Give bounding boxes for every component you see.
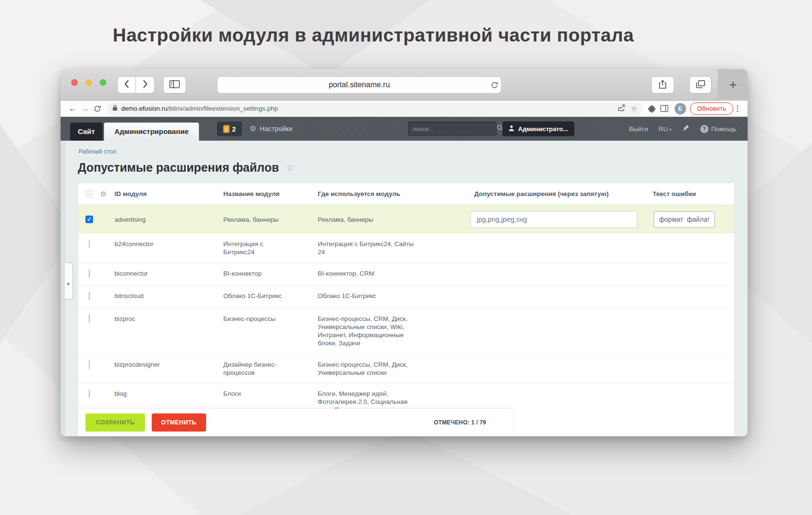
plus-icon: + <box>729 77 737 93</box>
module-name: Интеграция с Битрикс24 <box>223 234 289 263</box>
user-icon <box>509 125 514 133</box>
breadcrumb[interactable]: Рабочий стол <box>79 148 116 155</box>
modules-table: – ⚙ ID модуля Название модуля Где исполь… <box>78 183 735 436</box>
settings-menu-item[interactable]: ⚙ Настройки <box>250 125 292 133</box>
pin-icon[interactable] <box>682 124 690 134</box>
favorite-star-icon[interactable]: ☆ <box>286 162 295 174</box>
table-row: biconnector BI-коннектор BI-коннектор, C… <box>78 263 734 286</box>
info-icon: i <box>223 125 229 133</box>
close-window-button[interactable] <box>71 79 78 86</box>
chrome-menu-icon[interactable]: ⋮ <box>733 104 742 113</box>
share-button[interactable] <box>651 76 674 93</box>
module-id: bizproc <box>115 309 223 354</box>
module-name: Бизнес-процессы <box>223 309 289 354</box>
side-panel-icon[interactable] <box>658 105 671 112</box>
lock-icon <box>112 104 118 113</box>
module-name: Облако 1С-Битрикс <box>223 286 289 308</box>
admin-content: ·· ▸ Рабочий стол Допустимые расширения … <box>61 141 748 436</box>
chrome-toolbar: ← → demo.efusion.ru/bitrix/admin/fileext… <box>61 101 748 117</box>
module-name: Реклама, баннеры <box>223 216 289 224</box>
tab-administration[interactable]: Администрирование <box>104 123 199 141</box>
extensions-input[interactable] <box>470 211 637 228</box>
module-where: Реклама, баннеры <box>318 216 422 224</box>
module-name: Дизайнер бизнес-процессов <box>223 354 289 383</box>
table-row: ✓ advertising Реклама, баннеры Реклама, … <box>78 205 734 234</box>
language-selector[interactable]: RU▾ <box>658 125 672 133</box>
tabs-icon <box>696 80 705 90</box>
row-checkbox[interactable] <box>89 269 90 278</box>
module-id: biconnector <box>115 263 223 285</box>
bookmark-star-icon[interactable]: ☆ <box>631 104 637 113</box>
page-title: Настройки модуля в административной част… <box>0 25 747 46</box>
table-row: b24connector Интеграция с Битрикс24 Инте… <box>78 234 734 263</box>
chrome-reload-button[interactable] <box>91 105 104 113</box>
help-menu-item[interactable]: ?Помощь <box>700 125 736 133</box>
marked-value: 1 / 79 <box>471 419 486 426</box>
menu-expand-handle[interactable]: ·· ▸ <box>65 262 73 299</box>
chevron-right-icon <box>143 80 148 90</box>
extensions-puzzle-icon[interactable] <box>646 104 658 113</box>
sidebar-icon <box>169 80 180 90</box>
row-checkbox[interactable] <box>89 360 90 369</box>
current-user-button[interactable]: Администрато... <box>502 122 574 136</box>
notifications-button[interactable]: i 2 <box>217 122 242 136</box>
profile-avatar[interactable]: E <box>675 103 686 114</box>
page-heading: Допустимые расширения файлов <box>78 161 279 175</box>
save-button[interactable]: СОХРАНИТЬ <box>85 413 145 432</box>
grip-dots: ·· <box>67 275 70 278</box>
logout-link[interactable]: Выйти <box>629 125 648 133</box>
module-where: Интеграция с Битрикс24, Сайты 24 <box>318 234 422 263</box>
module-where: BI-коннектор, CRM <box>318 263 422 285</box>
refresh-icon[interactable] <box>488 81 501 89</box>
marked-label: ОТМЕЧЕНО: <box>434 419 469 426</box>
table-header-row: – ⚙ ID модуля Название модуля Где исполь… <box>78 183 734 205</box>
cancel-button[interactable]: ОТМЕНИТЬ <box>152 413 206 432</box>
browser-window: portal.sitename.ru + ← → <box>61 69 748 436</box>
tab-overview-button[interactable] <box>689 76 711 93</box>
col-header-id: ID модуля <box>115 190 223 197</box>
nav-right-group: Выйти RU▾ ?Помощь <box>629 124 736 134</box>
table-row: bitrixcloud Облако 1С-Битрикс Облако 1С-… <box>78 286 734 309</box>
row-checkbox[interactable]: ✓ <box>85 216 93 223</box>
caret-down-icon: ▾ <box>669 127 672 132</box>
url-domain: demo.efusion.ru <box>121 105 167 112</box>
error-text-input[interactable] <box>654 211 715 228</box>
zoom-window-button[interactable] <box>100 79 106 86</box>
send-page-icon[interactable] <box>617 104 626 113</box>
sidebar-toggle-button[interactable] <box>163 76 186 93</box>
bg-polygon <box>239 429 573 515</box>
safari-toolbar: portal.sitename.ru + <box>61 69 748 101</box>
safari-address-bar[interactable]: portal.sitename.ru <box>217 76 501 93</box>
search-input[interactable] <box>413 125 497 133</box>
table-settings-gear-icon[interactable]: ⚙ <box>100 190 106 198</box>
help-label: Помощь <box>711 125 736 132</box>
admin-search-box <box>408 122 497 136</box>
select-all-checkbox[interactable]: – <box>86 190 93 197</box>
minimize-window-button[interactable] <box>85 79 92 86</box>
new-tab-button[interactable]: + <box>718 69 748 101</box>
chrome-address-bar[interactable]: demo.efusion.ru/bitrix/admin/fileextensi… <box>107 103 642 115</box>
row-checkbox[interactable] <box>89 239 90 248</box>
language-code: RU <box>658 125 668 133</box>
table-row: bizprocdesigner Дизайнер бизнес-процессо… <box>78 354 734 383</box>
module-where: Облако 1С-Битрикс <box>318 286 422 308</box>
row-checkbox[interactable] <box>89 389 90 398</box>
col-header-extensions: Допустимые расширения (через запятую) <box>474 190 640 197</box>
module-where: Бизнес-процессы, CRM, Диск, Универсальны… <box>318 354 422 383</box>
chrome-update-button[interactable]: Обновить <box>690 103 733 115</box>
safari-back-button[interactable] <box>117 76 136 93</box>
safari-url-text: portal.sitename.ru <box>218 81 488 89</box>
tab-site[interactable]: Сайт <box>70 123 103 141</box>
module-id: bizprocdesigner <box>115 354 223 383</box>
chrome-back-button[interactable]: ← <box>66 104 79 113</box>
chrome-forward-button[interactable]: → <box>79 104 91 113</box>
expand-arrow-icon: ▸ <box>67 280 70 287</box>
col-header-where: Где используется модуль <box>318 190 470 197</box>
module-name: BI-коннектор <box>223 263 289 285</box>
row-checkbox[interactable] <box>89 314 90 323</box>
heading-row: Допустимые расширения файлов ☆ <box>78 161 295 175</box>
notification-count: 2 <box>232 125 236 133</box>
share-icon <box>658 79 667 91</box>
row-checkbox[interactable] <box>89 291 90 300</box>
safari-forward-button[interactable] <box>136 76 155 93</box>
